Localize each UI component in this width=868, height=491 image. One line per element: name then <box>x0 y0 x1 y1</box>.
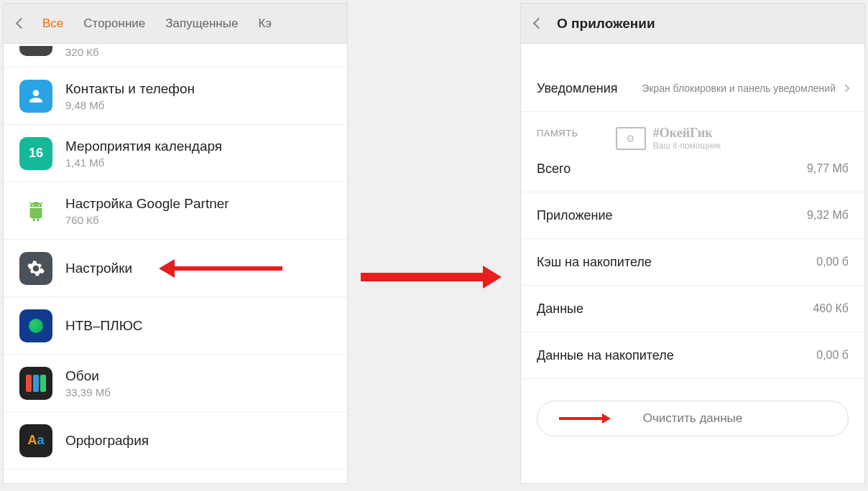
app-size: 33,39 Мб <box>65 386 111 398</box>
watermark: #ОкейГик Ваш it-помощник <box>616 126 721 151</box>
laptop-icon <box>616 127 646 150</box>
red-arrow-right-icon <box>361 266 502 289</box>
app-value: 9,32 Мб <box>807 209 849 222</box>
app-name: Обои <box>65 368 111 384</box>
app-name: Мероприятия календаря <box>65 139 222 154</box>
row-cache-storage: Кэш на накопителе 0,00 б <box>521 239 864 286</box>
chevron-left-icon <box>15 18 27 29</box>
total-value: 9,77 Мб <box>807 162 849 175</box>
list-item-settings[interactable]: Настройки <box>4 240 347 297</box>
app-size: 320 Кб <box>65 46 99 58</box>
row-data: Данные 460 Кб <box>521 286 864 332</box>
gear-icon <box>19 252 52 285</box>
app-info-header: О приложении <box>521 4 864 44</box>
spacer <box>521 44 864 65</box>
action-area: Очистить данные <box>521 379 864 452</box>
app-name: Орфография <box>65 433 149 449</box>
cache-storage-value: 0,00 б <box>816 256 849 268</box>
app-label: Приложение <box>537 208 807 223</box>
list-item-ntv[interactable]: НТВ–ПЛЮС <box>4 297 347 355</box>
chevron-right-icon <box>843 85 849 91</box>
list-item-calendar[interactable]: 16 Мероприятия календаря 1,41 Мб <box>4 125 347 182</box>
app-size: 9,48 Мб <box>65 99 195 111</box>
list-item-contacts[interactable]: Контакты и телефон 9,48 Мб <box>4 67 347 125</box>
list-item-wallpapers[interactable]: Обои 33,39 Мб <box>4 355 347 412</box>
data-value: 460 Кб <box>813 302 849 315</box>
app-size: 760 Кб <box>65 214 229 226</box>
ntv-icon <box>19 309 52 342</box>
tab-all[interactable]: Все <box>32 17 73 31</box>
notifications-label: Уведомления <box>537 81 642 96</box>
list-item-spellcheck[interactable]: Aa Орфография <box>4 412 347 469</box>
phone-right-app-info: О приложении Уведомления Экран блокировк… <box>520 3 865 484</box>
app-name: Контакты и телефон <box>65 81 195 97</box>
android-icon <box>19 195 52 228</box>
tabs: Все Сторонние Запущенные Кэ <box>32 17 341 31</box>
cache-storage-label: Кэш на накопителе <box>537 255 816 270</box>
row-app: Приложение 9,32 Мб <box>521 192 864 239</box>
app-name: Настройки <box>65 261 132 276</box>
data-label: Данные <box>537 301 813 317</box>
data-storage-label: Данные на накопителе <box>537 348 816 363</box>
tabs-header: Все Сторонние Запущенные Кэ <box>4 4 347 44</box>
spellcheck-icon: Aa <box>19 424 52 457</box>
app-size: 1,41 Мб <box>65 156 222 169</box>
clear-data-label: Очистить данные <box>643 411 743 426</box>
red-arrow-left-icon <box>159 259 282 278</box>
red-arrow-small-icon <box>559 413 611 424</box>
tab-cache[interactable]: Кэ <box>248 17 282 31</box>
phone-left-apps-list: Все Сторонние Запущенные Кэ 320 Кб Конта… <box>3 3 348 484</box>
watermark-subtitle: Ваш it-помощник <box>653 141 721 151</box>
page-title: О приложении <box>557 16 655 32</box>
app-icon-cut <box>19 46 52 56</box>
back-button[interactable] <box>9 12 32 35</box>
list-item-google-partner[interactable]: Настройка Google Partner 760 Кб <box>4 182 347 240</box>
app-name: Настройка Google Partner <box>65 196 229 212</box>
total-label: Всего <box>537 162 807 177</box>
row-data-storage: Данные на накопителе 0,00 б <box>521 332 864 379</box>
app-name: НТВ–ПЛЮС <box>65 318 142 334</box>
list-item-partial[interactable]: 320 Кб <box>4 44 347 67</box>
row-total: Всего 9,77 Мб <box>521 146 864 192</box>
notifications-value: Экран блокировки и панель уведомлений <box>642 82 836 95</box>
data-storage-value: 0,00 б <box>816 349 849 362</box>
calendar-icon: 16 <box>19 137 52 170</box>
back-button[interactable] <box>527 12 550 35</box>
wallpapers-icon <box>19 367 52 400</box>
chevron-left-icon <box>532 18 544 29</box>
row-notifications[interactable]: Уведомления Экран блокировки и панель ув… <box>521 65 864 112</box>
contacts-icon <box>19 80 52 113</box>
tab-running[interactable]: Запущенные <box>155 17 248 31</box>
apps-list[interactable]: 320 Кб Контакты и телефон 9,48 Мб 16 Мер… <box>4 44 347 483</box>
clear-data-button[interactable]: Очистить данные <box>537 401 849 436</box>
watermark-title: #ОкейГик <box>653 126 721 141</box>
tab-thirdparty[interactable]: Сторонние <box>73 17 155 31</box>
